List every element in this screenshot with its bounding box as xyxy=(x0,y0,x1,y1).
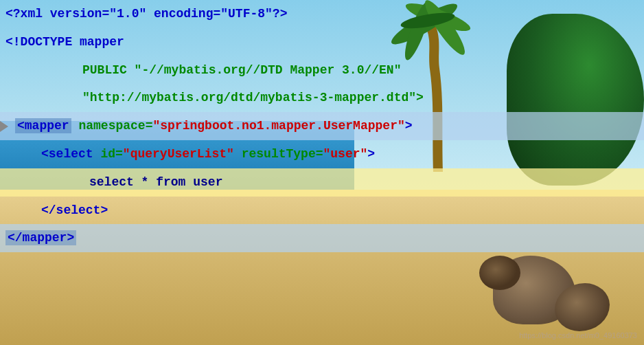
line-7-content: select * from user xyxy=(0,170,644,195)
line-marker-arrow xyxy=(0,121,8,132)
code-line-6: <select id="queryUserList" resultType="u… xyxy=(0,140,644,168)
code-line-9: </mapper> xyxy=(0,224,644,252)
line-9-content: </mapper> xyxy=(0,225,644,251)
line-2-content: <!DOCTYPE mapper xyxy=(0,30,644,55)
doctype-tag: <!DOCTYPE mapper xyxy=(5,35,124,49)
namespace-attr: namespace= xyxy=(78,119,152,133)
line-1-content: <?xml version="1.0" encoding="UTF-8"?> xyxy=(0,1,644,27)
select-open: < xyxy=(41,147,49,161)
mapper-open-tag: <mapper xyxy=(15,118,71,133)
select-tag-name: select xyxy=(49,147,93,161)
line-3-content: PUBLIC "-//mybatis.org//DTD Mapper 3.0//… xyxy=(0,58,644,83)
code-line-1: <?xml version="1.0" encoding="UTF-8"?> xyxy=(0,0,644,28)
xml-declaration: <?xml version="1.0" encoding="UTF-8"?> xyxy=(5,7,287,21)
mapper-bracket-close: > xyxy=(405,119,413,133)
line-6-content: <select id="queryUserList" resultType="u… xyxy=(0,142,644,167)
line-5-content: <mapper namespace="springboot.no1.mapper… xyxy=(0,113,644,139)
namespace-value: "springboot.no1.mapper.UserMapper" xyxy=(152,119,404,133)
line-8-content: </select> xyxy=(0,198,644,223)
dtd-url: "http://mybatis.org/dtd/mybatis-3-mapper… xyxy=(82,91,424,104)
resulttype-value: "user" xyxy=(323,147,368,161)
line-4-content: "http://mybatis.org/dtd/mybatis-3-mapper… xyxy=(0,85,644,111)
code-display: <?xml version="1.0" encoding="UTF-8"?> <… xyxy=(0,0,644,345)
mapper-close-tag: </mapper> xyxy=(5,230,76,245)
code-line-5: <mapper namespace="springboot.no1.mapper… xyxy=(0,112,644,140)
code-line-2: <!DOCTYPE mapper xyxy=(0,28,644,56)
select-close-tag: </select> xyxy=(41,203,108,217)
id-attr: id= xyxy=(93,147,123,161)
id-value: "queryUserList" xyxy=(123,147,234,161)
watermark: https://blog.csdn.net/m0_49160373 xyxy=(519,331,637,340)
code-line-3: PUBLIC "-//mybatis.org//DTD Mapper 3.0//… xyxy=(0,56,644,85)
sql-statement: select * from user xyxy=(89,175,222,189)
resulttype-attr: resultType= xyxy=(234,147,323,161)
select-close-bracket: > xyxy=(367,147,375,161)
public-line: PUBLIC "-//mybatis.org//DTD Mapper 3.0//… xyxy=(82,63,401,77)
code-line-8: </select> xyxy=(0,197,644,225)
code-line-7: select * from user xyxy=(0,168,644,197)
code-line-4: "http://mybatis.org/dtd/mybatis-3-mapper… xyxy=(0,84,644,112)
